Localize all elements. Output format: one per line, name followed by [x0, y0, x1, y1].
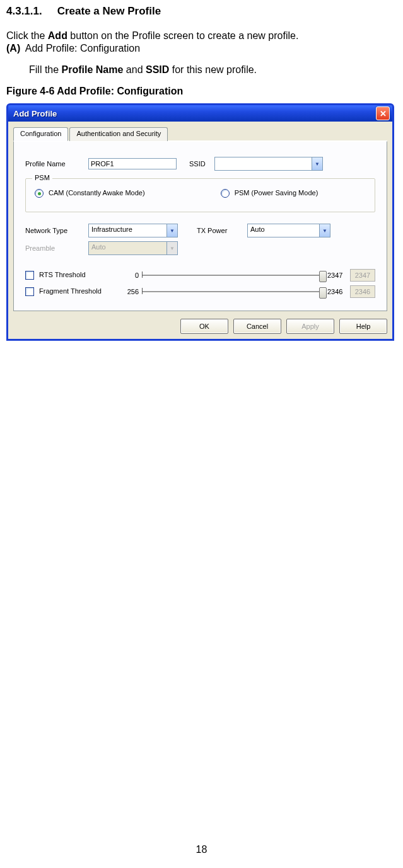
rts-high: 2347: [327, 271, 350, 279]
page-number: 18: [0, 844, 403, 855]
tab-configuration[interactable]: Configuration: [13, 127, 68, 141]
network-type-combo[interactable]: Infrastructure ▼: [88, 224, 178, 237]
rts-slider[interactable]: [143, 269, 324, 282]
radio-cam[interactable]: CAM (Constantly Awake Mode): [35, 189, 145, 198]
tab-strip: Configuration Authentication and Securit…: [13, 127, 387, 141]
frag-high: 2346: [327, 288, 350, 295]
profile-name-label: Profile Name: [25, 160, 88, 168]
frag-checkbox[interactable]: Fragment Threshold: [25, 287, 120, 296]
section-heading: 4.3.1.1.Create a New Profile: [6, 5, 397, 18]
radio-off-icon: [221, 189, 230, 198]
chevron-down-icon[interactable]: ▼: [319, 224, 330, 237]
window-title: Add Profile: [11, 109, 57, 118]
frag-low: 256: [120, 288, 139, 295]
chevron-down-icon[interactable]: ▼: [166, 224, 177, 237]
list-item-a: (A) Add Profile: Configuration: [6, 43, 397, 54]
titlebar[interactable]: Add Profile ✕: [8, 105, 392, 122]
apply-button: Apply: [286, 319, 334, 334]
ok-button[interactable]: OK: [180, 319, 228, 334]
tx-power-combo[interactable]: Auto ▼: [247, 224, 330, 237]
rts-low: 0: [120, 271, 139, 279]
list-item-a-detail: Fill the Profile Name and SSID for this …: [29, 64, 397, 76]
intro-text: Click the Add button on the Profile scre…: [6, 30, 397, 42]
tab-auth-security[interactable]: Authentication and Security: [69, 127, 168, 141]
preamble-combo: Auto ▼: [88, 241, 178, 255]
profile-name-input[interactable]: [88, 158, 177, 169]
network-type-label: Network Type: [25, 227, 88, 234]
ssid-combo[interactable]: ▼: [214, 157, 323, 171]
rts-checkbox[interactable]: RTS Threshold: [25, 271, 120, 280]
help-button[interactable]: Help: [339, 319, 387, 334]
close-icon[interactable]: ✕: [376, 106, 390, 120]
preamble-label: Preamble: [25, 244, 88, 252]
checkbox-icon: [25, 271, 34, 280]
frag-slider[interactable]: [143, 285, 324, 298]
chevron-down-icon: ▼: [166, 242, 177, 254]
checkbox-icon: [25, 287, 34, 296]
frag-value: 2346: [350, 285, 375, 298]
psm-group: PSM CAM (Constantly Awake Mode) PSM (Pow…: [25, 178, 375, 212]
radio-psm[interactable]: PSM (Power Saving Mode): [221, 189, 318, 198]
radio-on-icon: [35, 189, 44, 198]
chevron-down-icon[interactable]: ▼: [312, 157, 322, 170]
rts-value: 2347: [350, 269, 375, 282]
ssid-label: SSID: [189, 160, 214, 168]
config-panel: Profile Name SSID ▼ PSM CAM (Constantly …: [13, 141, 387, 311]
cancel-button[interactable]: Cancel: [233, 319, 281, 334]
add-profile-window: Add Profile ✕ Configuration Authenticati…: [6, 103, 394, 341]
figure-caption: Figure 4-6 Add Profile: Configuration: [6, 86, 397, 97]
tx-power-label: TX Power: [197, 227, 247, 234]
